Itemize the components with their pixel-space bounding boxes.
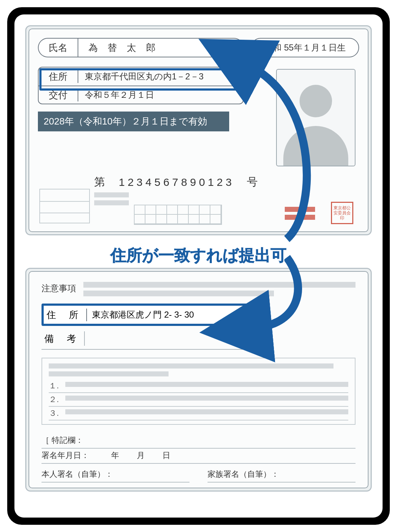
dob: 昭和 55年１月１日生 xyxy=(251,38,359,57)
remarks-box: １. ２. ３. xyxy=(42,358,355,425)
list-num-2: ２. xyxy=(49,394,61,405)
name-label: 氏名 xyxy=(38,38,78,57)
remarks-label: 備 考 xyxy=(42,331,85,346)
official-stamp: 東京都公安委員会印 xyxy=(331,202,353,224)
address-issue-group: 住所 東京都千代田区丸の内1－2－3 交付 令和５年２月１日 xyxy=(38,67,244,104)
avatar-head-icon xyxy=(300,85,332,117)
deco-bars xyxy=(94,192,129,208)
validity-bar: 2028年（令和10年）２月１日まで有効 xyxy=(38,112,229,131)
year-label: 年 xyxy=(111,451,119,460)
signature-row: 本人署名（自筆）： 家族署名（自筆）： xyxy=(42,467,355,483)
num-value: 1234567890123 xyxy=(119,176,235,188)
num-prefix: 第 xyxy=(94,175,106,189)
sign-date-line: 署名年月日： 年 月 日 xyxy=(42,449,355,464)
address-value: 東京都千代田区丸の内1－2－3 xyxy=(78,71,243,82)
self-signature: 本人署名（自筆）： xyxy=(42,467,189,483)
license-back-inner: 注意事項 住 所 東京都港区虎ノ門 2- 3- 30 備 考 xyxy=(29,271,368,488)
name-value: 為 替 太 郎 xyxy=(78,38,244,57)
license-back: 注意事項 住 所 東京都港区虎ノ門 2- 3- 30 備 考 xyxy=(25,268,372,492)
list-row-3: ３. xyxy=(49,407,348,420)
back-address-label: 住 所 xyxy=(44,309,87,321)
callout-caption: 住所が一致すれば提出可 xyxy=(110,245,287,266)
num-suffix: 号 xyxy=(247,175,259,189)
back-address-highlight: 住 所 東京都港区虎ノ門 2- 3- 30 xyxy=(42,304,258,326)
month-label: 月 xyxy=(137,451,145,460)
day-label: 日 xyxy=(162,451,170,460)
list-num-3: ３. xyxy=(49,408,61,419)
list-num-1: １. xyxy=(49,380,61,391)
deco-grid xyxy=(134,205,222,225)
issue-value: 令和５年２月１日 xyxy=(78,89,243,101)
list-row-2: ２. xyxy=(49,393,348,407)
list-row-1: １. xyxy=(49,379,348,393)
license-front: 氏名 為 替 太 郎 昭和 55年１月１日生 住所 東京都千代田区丸の内1－2－… xyxy=(25,25,372,235)
family-signature: 家族署名（自筆）： xyxy=(208,467,355,483)
back-address-value: 東京都港区虎ノ門 2- 3- 30 xyxy=(87,309,256,320)
deco-table-left xyxy=(39,189,90,223)
issue-row: 交付 令和５年２月１日 xyxy=(39,86,243,104)
address-row: 住所 東京都千代田区丸の内1－2－3 xyxy=(39,67,243,86)
outer-frame: 氏名 為 替 太 郎 昭和 55年１月１日生 住所 東京都千代田区丸の内1－2－… xyxy=(7,7,390,525)
photo-placeholder xyxy=(276,69,355,166)
notes-label: 注意事項 xyxy=(42,283,76,294)
issue-label: 交付 xyxy=(39,89,78,101)
license-number-row: 第 1234567890123 号 xyxy=(94,175,259,189)
notes-row: 注意事項 xyxy=(42,282,355,299)
avatar-body-icon xyxy=(283,126,348,166)
numbered-list: １. ２. ３. xyxy=(49,379,348,420)
deco-red-bars xyxy=(285,207,315,223)
inner-frame: 氏名 為 替 太 郎 昭和 55年１月１日生 住所 東京都千代田区丸の内1－2－… xyxy=(14,14,383,518)
license-front-inner: 氏名 為 替 太 郎 昭和 55年１月１日生 住所 東京都千代田区丸の内1－2－… xyxy=(29,29,368,232)
address-label: 住所 xyxy=(39,70,78,83)
remarks-row: 備 考 xyxy=(42,328,258,350)
notes-bars xyxy=(83,282,355,299)
special-line: ［ 特記欄： xyxy=(42,433,355,449)
sign-date-label: 署名年月日： xyxy=(42,451,89,460)
name-row: 氏名 為 替 太 郎 昭和 55年１月１日生 xyxy=(38,38,359,57)
back-footer: ［ 特記欄： 署名年月日： 年 月 日 本人署名（自筆）： 家族署名（自 xyxy=(42,433,355,483)
